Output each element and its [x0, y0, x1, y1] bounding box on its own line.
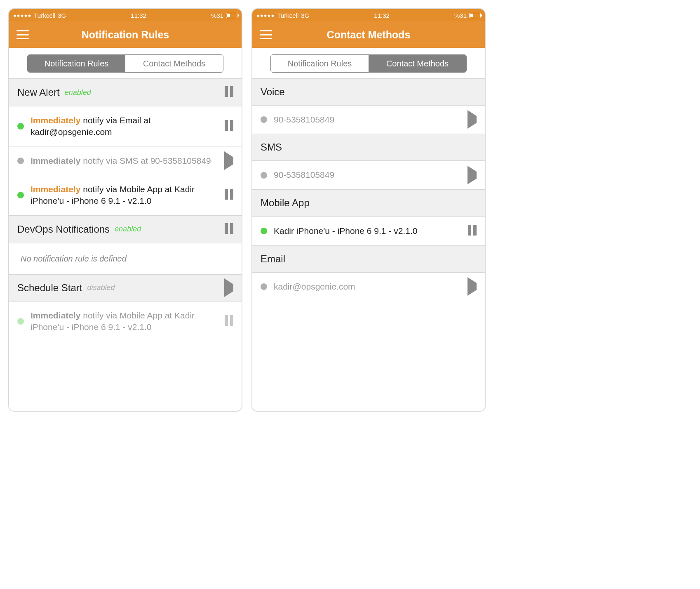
pause-icon[interactable]: [225, 315, 233, 327]
segmented-wrap: Notification Rules Contact Methods: [252, 48, 485, 78]
status-bar: ●●●●● Turkcell 3G 11:32 %31: [252, 9, 485, 21]
pause-icon[interactable]: [225, 86, 233, 99]
battery-icon: [469, 13, 481, 18]
battery-icon: [226, 13, 237, 18]
rule-text: Immediately notify via Email at kadir@op…: [31, 115, 220, 138]
play-icon[interactable]: [224, 157, 233, 165]
empty-message: No notification rule is defined: [9, 243, 242, 274]
carrier-label: Turkcell: [277, 12, 298, 19]
rule-text: Immediately notify via SMS at 90-5358105…: [31, 155, 219, 167]
menu-icon[interactable]: [260, 30, 272, 39]
contact-label: Kadir iPhone'u - iPhone 6 9.1 - v2.1.0: [274, 225, 463, 237]
play-icon[interactable]: [467, 172, 477, 179]
section-header-schedule-start[interactable]: Schedule Start disabled: [9, 274, 242, 302]
rule-row[interactable]: Immediately notify via Mobile App at Kad…: [9, 302, 242, 342]
status-bar: ●●●●● Turkcell 3G 11:32 %31: [9, 9, 242, 21]
section-header-email: Email: [252, 245, 485, 273]
section-status: enabled: [115, 225, 141, 233]
pause-icon[interactable]: [225, 189, 233, 201]
rule-row[interactable]: Immediately notify via Email at kadir@op…: [9, 106, 242, 146]
section-title: DevOps Notifications: [17, 224, 110, 235]
pause-icon[interactable]: [225, 120, 233, 132]
carrier-label: Turkcell: [34, 12, 55, 19]
pause-icon[interactable]: [225, 223, 233, 236]
contact-label: kadir@opsgenie.com: [274, 281, 463, 292]
menu-icon[interactable]: [16, 30, 29, 39]
contact-row[interactable]: 90-5358105849: [252, 106, 485, 134]
content-area: New Alert enabled Immediately notify via…: [9, 78, 242, 411]
status-dot-icon: [17, 123, 24, 130]
tab-notification-rules[interactable]: Notification Rules: [271, 55, 369, 72]
status-dot-icon: [261, 283, 267, 290]
tab-contact-methods[interactable]: Contact Methods: [125, 55, 223, 72]
phone-notification-rules: ●●●●● Turkcell 3G 11:32 %31 Notification…: [8, 8, 242, 412]
content-area: Voice 90-5358105849 SMS 90-5358105849 Mo…: [252, 78, 485, 411]
status-dot-icon: [17, 318, 24, 325]
section-title: SMS: [261, 141, 282, 153]
rule-row[interactable]: Immediately notify via Mobile App at Kad…: [9, 175, 242, 215]
section-header-new-alert[interactable]: New Alert enabled: [9, 78, 242, 106]
clock-label: 11:32: [374, 12, 390, 19]
section-header-mobile-app: Mobile App: [252, 189, 485, 217]
clock-label: 11:32: [131, 12, 146, 19]
status-dot-icon: [261, 172, 267, 179]
contact-label: 90-5358105849: [274, 114, 463, 125]
nav-bar: Notification Rules: [9, 21, 242, 48]
section-status: enabled: [65, 88, 91, 97]
status-dot-icon: [17, 158, 24, 164]
phone-contact-methods: ●●●●● Turkcell 3G 11:32 %31 Contact Meth…: [251, 8, 486, 412]
play-icon[interactable]: [224, 284, 233, 292]
segmented-control: Notification Rules Contact Methods: [27, 54, 223, 73]
status-dot-icon: [261, 228, 267, 234]
section-header-sms: SMS: [252, 134, 485, 161]
page-title: Contact Methods: [252, 29, 485, 41]
contact-label: 90-5358105849: [274, 169, 463, 181]
network-label: 3G: [301, 12, 309, 19]
pause-icon[interactable]: [468, 225, 477, 237]
status-dot-icon: [261, 116, 267, 123]
section-header-devops[interactable]: DevOps Notifications enabled: [9, 215, 242, 243]
section-title: Email: [261, 253, 285, 265]
network-label: 3G: [58, 12, 66, 19]
nav-bar: Contact Methods: [252, 21, 485, 48]
contact-row[interactable]: kadir@opsgenie.com: [252, 273, 485, 301]
battery-pct-label: %31: [211, 12, 223, 19]
play-icon[interactable]: [467, 116, 477, 123]
section-title: New Alert: [17, 87, 60, 98]
signal-dots-icon: ●●●●●: [256, 12, 275, 19]
tab-notification-rules[interactable]: Notification Rules: [28, 55, 125, 72]
segmented-wrap: Notification Rules Contact Methods: [9, 48, 242, 78]
tab-contact-methods[interactable]: Contact Methods: [369, 55, 466, 72]
section-status: disabled: [87, 283, 115, 292]
section-title: Voice: [261, 86, 285, 98]
rule-row[interactable]: Immediately notify via SMS at 90-5358105…: [9, 146, 242, 175]
section-header-voice: Voice: [252, 78, 485, 106]
segmented-control: Notification Rules Contact Methods: [270, 54, 467, 73]
contact-row[interactable]: 90-5358105849: [252, 161, 485, 189]
contact-row[interactable]: Kadir iPhone'u - iPhone 6 9.1 - v2.1.0: [252, 217, 485, 245]
rule-text: Immediately notify via Mobile App at Kad…: [31, 184, 220, 207]
page-title: Notification Rules: [9, 29, 242, 41]
status-dot-icon: [17, 192, 24, 198]
section-title: Schedule Start: [17, 282, 82, 294]
section-title: Mobile App: [261, 197, 310, 209]
battery-pct-label: %31: [454, 12, 467, 19]
rule-text: Immediately notify via Mobile App at Kad…: [31, 310, 220, 333]
signal-dots-icon: ●●●●●: [13, 12, 31, 19]
play-icon[interactable]: [467, 283, 477, 290]
